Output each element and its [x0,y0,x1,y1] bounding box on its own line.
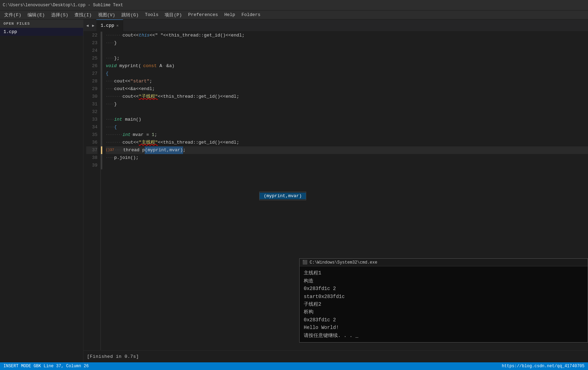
tab-next-arrow[interactable]: ▶ [91,22,96,29]
terminal-line-3: 0x283fd1c 2 [304,285,583,292]
code-line-32 [106,108,588,116]
code-line-29: ····cout<<&a<<endl; [106,85,588,93]
menu-item-tools[interactable]: Tools [142,11,161,18]
tab-prev-arrow[interactable]: ◀ [85,22,90,29]
code-line-33: ····int main() [106,116,588,123]
code-line-24 [106,47,588,55]
menu-item-select[interactable]: 选择(S) [48,11,71,19]
menu-item-file[interactable]: 文件(F) [1,11,24,19]
status-left: INSERT MODE GBK Line 37, Column 26 [3,364,89,369]
code-line-38: ····p.join(); [106,154,588,162]
autocomplete-item[interactable]: (myprint,mvar) [260,193,306,199]
menu-item-goto[interactable]: 跳转(G) [119,11,141,19]
editor-area: ◀ ▶ 1.cpp ✕ 22 23 24 25 26 27 28 [84,19,588,362]
terminal-line-5: 子线程2 [304,300,583,308]
terminal-line-9: 请按任意键继续. . . _ [304,332,583,339]
line-numbers: 22 23 24 25 26 27 28 29 30 31 32 33 34 3… [84,32,101,350]
tab-1cpp[interactable]: 1.cpp ✕ [96,19,123,32]
menu-item-find[interactable]: 查找(I) [72,11,94,19]
menu-item-preferences[interactable]: Preferences [185,11,221,18]
code-line-30: ········cout<<"子线程"<<this_thread::get_id… [106,93,588,100]
code-line-28: ····cout<<"start"; [106,78,588,85]
tab-bar: ◀ ▶ 1.cpp ✕ [84,19,588,32]
terminal-content: 主线程1 构造 0x283fd1c 2 start0x283fd1c 子线程2 … [300,266,588,342]
autocomplete-popup: (myprint,mvar) [259,192,306,200]
tab-nav: ◀ ▶ 1.cpp ✕ [84,19,125,32]
code-line-39 [106,162,588,169]
sidebar-header: OPEN FILES [0,19,83,28]
code-line-36: ········cout<<"主线程"<<this_thread::get_id… [106,139,588,146]
code-line-31: ····} [106,100,588,108]
menu-bar: 文件(F) 编辑(E) 选择(S) 查找(I) 视图(V) 跳转(G) Tool… [0,10,588,19]
menu-item-edit[interactable]: 编辑(E) [25,11,47,19]
terminal-line-2: 构造 [304,277,583,285]
code-line-22: ········cout<<this<<" "<<this_thread::ge… [106,32,588,39]
terminal-title: C:\Windows\System32\cmd.exe [310,260,377,265]
terminal-icon: ⬛ [302,260,308,265]
tab-label: 1.cpp [101,23,114,28]
terminal-titlebar: ⬛ C:\Windows\System32\cmd.exe [300,259,588,266]
terminal-line-4: start0x283fd1c [304,293,583,300]
code-line-23: ····} [106,39,588,47]
code-line-35: ········int·mvar = 1; [106,131,588,139]
tab-close-button[interactable]: ✕ [116,23,119,28]
sidebar: OPEN FILES 1.cpp [0,19,84,362]
build-output-bar: [Finished in 0.7s] [84,350,588,362]
menu-item-help[interactable]: Help [222,11,238,18]
code-line-34: ····{ [106,123,588,131]
terminal-line-7: 0x283fd1c 2 [304,316,583,324]
code-line-27: { [106,70,588,78]
terminal-line-1: 主线程1 [304,269,583,277]
menu-item-project[interactable]: 项目(P) [162,11,184,19]
menu-item-folders[interactable]: Folders [239,11,263,18]
finished-text: [Finished in 0.7s] [87,354,139,359]
title-bar: C:\Users\lenovouser\Desktop\1.cpp - Subl… [0,0,588,10]
terminal-line-8: Hello World! [304,324,583,331]
code-line-37: ()37 ····thread p(myprint,mvar); [106,146,588,154]
terminal-line-6: 析构 [304,308,583,316]
main-layout: OPEN FILES 1.cpp ◀ ▶ 1.cpp ✕ 22 [0,19,588,362]
code-editor[interactable]: 22 23 24 25 26 27 28 29 30 31 32 33 34 3… [84,32,588,350]
terminal-overlay: ⬛ C:\Windows\System32\cmd.exe 主线程1 构造 0x… [299,258,588,343]
status-right: https://blog.csdn.net/qq_41740705 [502,364,585,369]
sidebar-file-1cpp[interactable]: 1.cpp [0,28,83,36]
menu-item-view[interactable]: 视图(V) [95,11,118,19]
code-line-25: ····}; [106,55,588,62]
title-text: C:\Users\lenovouser\Desktop\1.cpp - Subl… [3,3,123,8]
code-line-26: void myprint( const A··&a) [106,62,588,70]
status-bar: INSERT MODE GBK Line 37, Column 26 https… [0,362,588,370]
